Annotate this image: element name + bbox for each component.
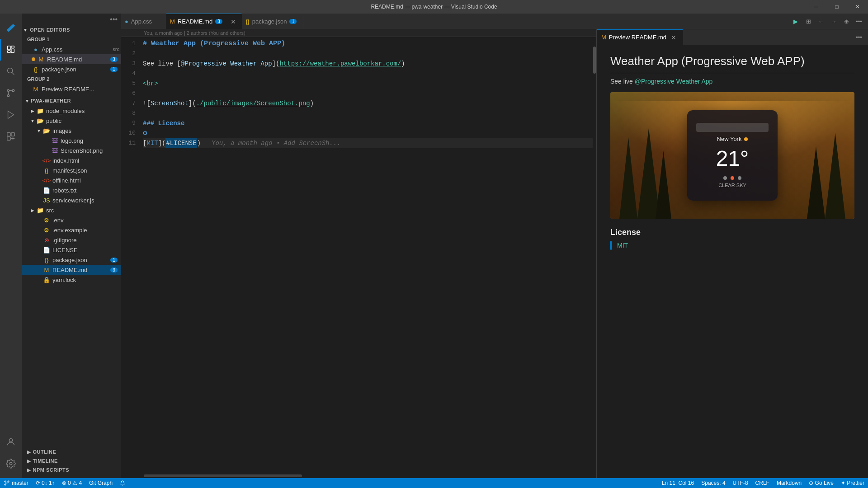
offline-html-file[interactable]: </> offline.html: [22, 175, 121, 185]
env-example-file[interactable]: ⚙ .env.example: [22, 225, 121, 235]
images-folder-icon: 📂: [42, 127, 51, 135]
tabs-bar: ● App.css M README.md 3 ✕ {} package.jso…: [121, 14, 868, 29]
close-button[interactable]: ✕: [847, 0, 868, 14]
status-line-ending[interactable]: CRLF: [752, 480, 773, 486]
status-position[interactable]: Ln 11, Col 16: [658, 480, 698, 486]
preview-tab-readme[interactable]: M Preview README.md ✕: [597, 29, 683, 45]
svg-rect-12: [7, 137, 10, 140]
license-file[interactable]: 📄 LICENSE: [22, 245, 121, 255]
activity-icon-extensions[interactable]: [0, 126, 22, 147]
manifest-json-file[interactable]: {} manifest.json: [22, 165, 121, 175]
manifest-file-icon: {}: [42, 166, 51, 174]
panels-container: You, a month ago | 2 authors (You and ot…: [121, 29, 868, 478]
code-line-2: [143, 49, 593, 59]
open-file-app-css[interactable]: ● App.css src: [22, 44, 121, 54]
tab-readme-md[interactable]: M README.md 3 ✕: [166, 14, 242, 29]
svg-line-5: [12, 72, 14, 75]
status-bell[interactable]: [116, 478, 129, 488]
preview-md-icon: M: [32, 85, 40, 93]
package-json-file[interactable]: {} package.json 1: [22, 255, 121, 265]
activity-icon-explorer[interactable]: [0, 39, 22, 61]
preview-live-link[interactable]: @Progressive Weather App: [635, 78, 713, 85]
tab-json-icon: {}: [245, 18, 250, 25]
yarn-lock-icon: 🔒: [42, 276, 51, 284]
sidebar-more-button[interactable]: •••: [110, 15, 118, 23]
yarn-lock-file[interactable]: 🔒 yarn.lock: [22, 275, 121, 285]
preview-content-area: Weather App (Progressive Web APP) See li…: [597, 45, 868, 478]
code-line-11: [MIT](#LICENSE) You, a month ago • Add S…: [143, 138, 593, 148]
open-file-preview-readme[interactable]: M Preview README...: [22, 84, 121, 94]
status-spaces[interactable]: Spaces: 4: [698, 480, 729, 486]
code-content: # Weather App (Progressive Web APP) See …: [139, 37, 593, 474]
status-encoding[interactable]: UTF-8: [729, 480, 752, 486]
status-language[interactable]: Markdown: [773, 480, 805, 486]
open-file-package-json[interactable]: {} package.json 1: [22, 64, 121, 74]
index-html-file[interactable]: </> index.html: [22, 155, 121, 165]
status-branch[interactable]: master: [0, 478, 32, 488]
nav-dot-2: [731, 176, 734, 180]
horizontal-scrollbar[interactable]: [121, 474, 596, 478]
svg-point-15: [5, 481, 6, 482]
phone-temperature: 21°: [716, 146, 749, 171]
node-modules-folder[interactable]: ▶ 📁 node_modules: [22, 106, 121, 116]
preview-more-actions[interactable]: •••: [854, 32, 864, 42]
npm-scripts-section[interactable]: ▶ NPM SCRIPTS: [22, 465, 121, 474]
activity-icon-source-control[interactable]: [0, 82, 22, 104]
screenshot-png-file[interactable]: 🖼 ScreenShot.png: [22, 145, 121, 155]
outline-section[interactable]: ▶ OUTLINE: [22, 447, 121, 456]
svg-rect-2: [11, 49, 14, 52]
package-json-icon: {}: [42, 256, 51, 264]
status-sync[interactable]: ⟳ 0↓ 1↑: [32, 478, 58, 488]
activity-icon-vscode[interactable]: [0, 17, 22, 39]
status-go-live[interactable]: ⊙ Go Live: [805, 480, 837, 486]
tab-app-css[interactable]: ● App.css: [121, 14, 166, 29]
images-arrow: ▼: [35, 127, 42, 134]
preview-screenshot: New York 21° CLEAR SKY: [610, 92, 854, 219]
code-line-7: ![ScreenShot](./public/images/ScreenShot…: [143, 99, 593, 108]
activity-icon-settings[interactable]: [0, 453, 22, 474]
split-editor-button[interactable]: ⊞: [803, 16, 814, 27]
preview-panel: M Preview README.md ✕ ••• Weather App (P…: [597, 29, 868, 478]
md-file-icon: M: [37, 55, 45, 63]
env-file[interactable]: ⚙ .env: [22, 215, 121, 225]
tab-package-json[interactable]: {} package.json 1: [242, 14, 304, 29]
run-button[interactable]: ▶: [790, 16, 801, 27]
status-bar: master ⟳ 0↓ 1↑ ⊗ 0 ⚠ 4 Git Graph Ln 11, …: [0, 478, 868, 488]
code-editor[interactable]: 1 2 3 4 5 6 7 8 9 10 11: [121, 37, 596, 474]
nav-back-button[interactable]: ←: [816, 16, 826, 27]
readme-md-file[interactable]: M README.md 3: [22, 265, 121, 275]
timeline-section[interactable]: ▶ TIMELINE: [22, 456, 121, 465]
logo-png-file[interactable]: 🖼 logo.png: [22, 136, 121, 145]
open-editors-group1: GROUP 1: [22, 34, 121, 44]
code-line-4: [143, 69, 593, 79]
activity-icon-account[interactable]: [0, 431, 22, 453]
open-file-readme-md[interactable]: M README.md 3: [22, 54, 121, 64]
status-prettier[interactable]: ✦ Prettier: [837, 480, 868, 486]
more-actions-button[interactable]: •••: [854, 16, 864, 27]
svg-point-13: [9, 439, 12, 442]
gitignore-file[interactable]: ⊗ .gitignore: [22, 235, 121, 245]
tab-close-readme[interactable]: ✕: [229, 17, 238, 26]
minimize-button[interactable]: ─: [806, 0, 826, 14]
images-folder[interactable]: ▼ 📂 images: [22, 126, 121, 136]
tab-label-app-css: App.css: [131, 18, 152, 25]
activity-icon-search[interactable]: [0, 61, 22, 82]
src-folder[interactable]: ▶ 📁 src: [22, 205, 121, 215]
maximize-button[interactable]: □: [826, 0, 847, 14]
status-errors[interactable]: ⊗ 0 ⚠ 4: [58, 478, 85, 488]
preview-tab-close[interactable]: ✕: [669, 33, 678, 42]
scroll-bar[interactable]: [593, 37, 596, 474]
sidebar-bottom: ▶ OUTLINE ▶ TIMELINE ▶ NPM SCRIPTS: [22, 447, 121, 478]
activity-icon-run[interactable]: [0, 104, 22, 126]
folder-open-icon: 📂: [36, 117, 44, 125]
env-example-icon: ⚙: [42, 226, 51, 234]
public-folder[interactable]: ▼ 📂 public: [22, 116, 121, 126]
license-link[interactable]: MIT: [617, 242, 628, 249]
license-icon: 📄: [42, 246, 51, 254]
project-header[interactable]: ▼ PWA-WEATHER: [22, 96, 121, 106]
open-changes-button[interactable]: ⊕: [841, 16, 852, 27]
nav-forward-button[interactable]: →: [828, 16, 839, 27]
serviceworker-js-file[interactable]: JS serviceworker.js: [22, 195, 121, 205]
robots-txt-file[interactable]: 📄 robots.txt: [22, 185, 121, 195]
status-git-graph[interactable]: Git Graph: [85, 478, 116, 488]
